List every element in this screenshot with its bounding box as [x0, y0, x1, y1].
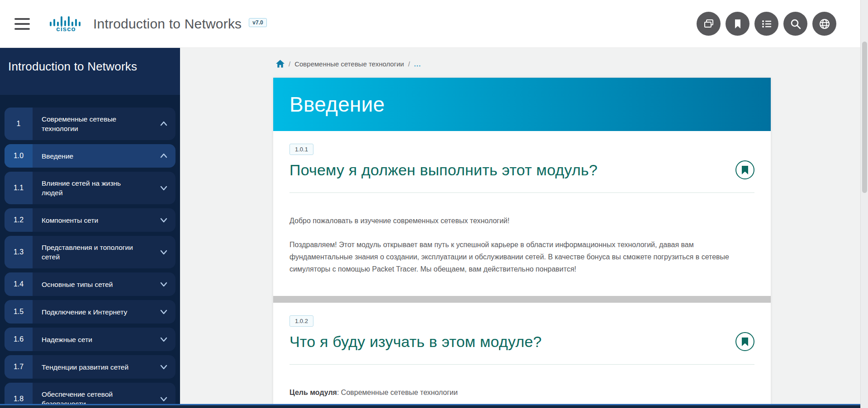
nav-item-number: 1.6 — [5, 328, 33, 351]
nav-item-number: 1.0 — [5, 144, 33, 168]
nav-item-number: 1.7 — [5, 355, 33, 379]
nav-item-label: Тенденции развития сетей — [33, 355, 147, 379]
section-header: Почему я должен выполнить этот модуль? — [289, 160, 754, 180]
list-icon — [760, 18, 773, 30]
chevron-down-icon — [159, 355, 175, 379]
globe-icon — [818, 18, 831, 30]
slides-button[interactable] — [697, 12, 721, 36]
chevron-down-icon — [159, 272, 175, 296]
nav-item-1-7[interactable]: 1.7 Тенденции развития сетей — [5, 355, 175, 379]
nav-item-number: 1.4 — [5, 272, 33, 296]
module-goal-text: : Современные сетевые технологии — [337, 389, 458, 396]
nav-item-number: 1.2 — [5, 208, 33, 232]
bookmark-icon — [741, 166, 749, 174]
nav-item-label: Основные типы сетей — [33, 272, 147, 296]
nav-item-1-6[interactable]: 1.6 Надежные сети — [5, 328, 175, 351]
slides-icon — [702, 17, 716, 31]
language-button[interactable] — [812, 12, 836, 36]
cisco-logo: cisco — [49, 16, 83, 32]
lesson-banner: Введение — [273, 78, 771, 131]
section-paragraph: Поздравляем! Этот модуль открывает вам п… — [289, 239, 746, 276]
breadcrumb-separator: / — [289, 60, 290, 68]
bookmark-icon — [741, 338, 749, 346]
version-badge: v7.0 — [249, 18, 266, 27]
section-divider-line — [289, 192, 754, 193]
lesson-card: Введение 1.0.1 Почему я должен выполнить… — [273, 78, 771, 408]
nav-item-number: 1 — [5, 108, 33, 140]
section-1-0-2: 1.0.2 Что я буду изучать в этом модуле? … — [273, 303, 771, 408]
bottom-toolbar-edge — [0, 404, 868, 408]
nav-item-1-2[interactable]: 1.2 Компоненты сети — [5, 208, 175, 232]
cisco-bridge-icon: cisco — [49, 16, 83, 32]
top-header: cisco Introduction to Networks v7.0 — [0, 0, 868, 48]
section-1-0-1: 1.0.1 Почему я должен выполнить этот мод… — [273, 131, 771, 296]
nav-item-label: Компоненты сети — [33, 208, 147, 232]
module-goal: Цель модуля: Современные сетевые техноло… — [289, 386, 746, 399]
nav-item-label: Представления и топологии сетей — [33, 236, 147, 268]
breadcrumb-module[interactable]: Современные сетевые технологии — [294, 60, 404, 68]
lesson-banner-title: Введение — [289, 92, 385, 117]
scrollbar-thumb[interactable] — [862, 42, 867, 193]
nav-item-number: 1.5 — [5, 300, 33, 324]
nav-item-number: 1.1 — [5, 172, 33, 204]
nav-item-label: Современные сетевые технологии — [33, 108, 147, 140]
chevron-up-icon — [159, 108, 175, 140]
breadcrumb: / Современные сетевые технологии / ... — [273, 60, 868, 68]
nav-item-label: Подключение к Интернету — [33, 300, 147, 324]
nav-item-1-4[interactable]: 1.4 Основные типы сетей — [5, 272, 175, 296]
nav-item-1-1[interactable]: 1.1 Влияние сетей на жизнь людей — [5, 172, 175, 204]
module-goal-label: Цель модуля — [289, 389, 337, 396]
app-window: cisco Introduction to Networks v7.0 — [0, 0, 868, 408]
svg-text:cisco: cisco — [56, 25, 76, 32]
nav-item-label: Введение — [33, 144, 147, 168]
chevron-down-icon — [159, 300, 175, 324]
menu-button[interactable] — [14, 18, 30, 30]
module-nav: 1 Современные сетевые технологии 1.0 Вве… — [0, 95, 180, 408]
breadcrumb-ellipsis[interactable]: ... — [414, 60, 421, 68]
chevron-down-icon — [159, 208, 175, 232]
section-bookmark-button[interactable] — [735, 332, 754, 351]
section-separator-bar — [273, 296, 771, 303]
nav-item-number: 1.3 — [5, 236, 33, 268]
section-badge: 1.0.2 — [289, 315, 313, 327]
bookmark-icon — [731, 18, 744, 30]
breadcrumb-separator: / — [408, 60, 410, 68]
header-actions — [697, 12, 836, 36]
section-badge: 1.0.1 — [289, 144, 313, 155]
section-bookmark-button[interactable] — [735, 160, 754, 179]
section-title: Почему я должен выполнить этот модуль? — [289, 160, 598, 180]
chevron-down-icon — [159, 172, 175, 204]
chevron-down-icon — [159, 328, 175, 351]
chevron-up-icon — [159, 144, 175, 168]
section-divider-line — [289, 364, 754, 365]
bookmarks-button[interactable] — [726, 12, 749, 36]
search-icon — [789, 18, 802, 30]
search-button[interactable] — [783, 12, 807, 36]
nav-item-1-3[interactable]: 1.3 Представления и топологии сетей — [5, 236, 175, 268]
nav-item-label: Влияние сетей на жизнь людей — [33, 172, 147, 204]
sidebar-header: Introduction to Networks — [0, 48, 180, 95]
table-of-contents-button[interactable] — [754, 12, 778, 36]
nav-item-1-0[interactable]: 1.0 Введение — [5, 144, 175, 168]
section-title: Что я буду изучать в этом модуле? — [289, 332, 542, 352]
section-paragraph: Добро пожаловать в изучение современных … — [289, 215, 746, 227]
course-sidebar: Introduction to Networks 1 Современные с… — [0, 48, 180, 408]
menu-icon — [14, 18, 30, 20]
sidebar-course-title: Introduction to Networks — [8, 60, 172, 74]
chevron-down-icon — [159, 236, 175, 268]
nav-item-label: Надежные сети — [33, 328, 147, 351]
content-area: / Современные сетевые технологии / ... В… — [180, 48, 868, 408]
scrollbar-track[interactable] — [860, 0, 868, 408]
home-icon[interactable] — [276, 60, 285, 68]
section-header: Что я буду изучать в этом модуле? — [289, 332, 754, 352]
course-title: Introduction to Networks — [93, 16, 242, 32]
nav-item-module-1[interactable]: 1 Современные сетевые технологии — [5, 108, 175, 140]
nav-item-1-5[interactable]: 1.5 Подключение к Интернету — [5, 300, 175, 324]
